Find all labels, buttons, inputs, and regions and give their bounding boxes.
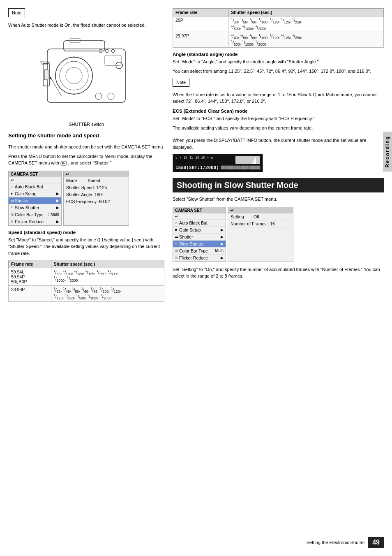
menu-title: CAMERA SET bbox=[9, 171, 61, 177]
table1-row1-frame: 59.94i,59.94P50i, 50P bbox=[9, 268, 51, 286]
note-label-angle: Note bbox=[173, 78, 189, 87]
shutter-switch-label: SHUTTER switch bbox=[8, 122, 164, 127]
display-info-para: When you press the DISPLAY/BATT INFO but… bbox=[173, 137, 384, 151]
table2-row1-speeds: 1/33, 1/50, 1/60, 1/100, 1/120, 1/125, 1… bbox=[228, 16, 384, 32]
ecs-mode-para2: The available setting values vary depend… bbox=[173, 125, 384, 132]
menu2-item-colorbar: ▦ Color Bar Type : Multi bbox=[173, 248, 226, 255]
menu2-item-gain: ■ Gain Setup ▶ bbox=[173, 227, 226, 234]
page-footer: Setting the Electronic Shutter 49 bbox=[307, 537, 384, 548]
menu-sub-panel: ↩ Mode : Speed Shutter Speed: 1/125 Shut… bbox=[63, 171, 129, 226]
slow-shutter-para: Select "Slow Shutter" from the CAMERA SE… bbox=[173, 196, 384, 203]
table2-row2-speeds: 1/40, 1/50, 1/60, 1/100, 1/120, 1/125, 1… bbox=[228, 32, 384, 48]
table2-col1-header: Frame rate bbox=[173, 9, 228, 16]
shutter-table-2: Frame rate Shutter speed (sec.) 25P 1/33… bbox=[173, 8, 384, 48]
table-row: 25P 1/33, 1/50, 1/60, 1/100, 1/120, 1/12… bbox=[173, 16, 384, 32]
table1-row2-frame: 23.98P bbox=[9, 286, 51, 301]
sub-item-ecs: ECS Frequency: 60.02 bbox=[64, 198, 129, 205]
slow-shutter-heading: Shooting in Slow Shutter Mode bbox=[173, 178, 384, 192]
menu2-item-flicker: ⊟ Flicker Reduce ▶ bbox=[173, 255, 226, 262]
display-bottom-row: 18dB⟨SHT:1/2000⟩ ▓▓▓▓▓▓▓▓▓▓▓▓▓▓▓▓▓▓▓▓ bbox=[175, 165, 260, 170]
camera-image-area: SHUTTER OFF ON bbox=[8, 32, 164, 127]
menu2-item-0: ↩ bbox=[173, 213, 226, 220]
angle-mode-para2: You can select from among 11.25º, 22.5º,… bbox=[173, 68, 384, 75]
menu2-main-panel: CAMERA SET ↩ ▷ Auto Black Bal. ■ Gain Se… bbox=[173, 207, 226, 262]
menu2-title: CAMERA SET bbox=[173, 207, 226, 213]
svg-point-3 bbox=[66, 67, 82, 84]
speed-mode-para: Set "Mode" to "Speed," and specify the t… bbox=[8, 236, 164, 257]
sub-item-angle: Shutter Angle: 180° bbox=[64, 191, 129, 198]
menu-sub-arrow: ↩ bbox=[64, 171, 129, 177]
note-section-angle: Note When the frame rate is set to a val… bbox=[173, 78, 384, 104]
shutter-para1: The shutter mode and shutter speed can b… bbox=[8, 144, 164, 151]
menu-nav-icon bbox=[60, 161, 67, 166]
svg-point-8 bbox=[111, 49, 115, 53]
sub-item-speed: Shutter Speed: 1/125 bbox=[64, 184, 129, 191]
table2-row2-frame: 29.97P bbox=[173, 32, 228, 48]
table1-row1-speeds: 1/60, 1/100, 1/120, 1/125, 1/250, 1/500,… bbox=[51, 268, 164, 286]
table-row: 59.94i,59.94P50i, 50P 1/60, 1/100, 1/120… bbox=[9, 268, 164, 286]
ecs-mode-para1: Set "Mode" to "ECS," and specify the fre… bbox=[173, 115, 384, 122]
svg-point-2 bbox=[60, 61, 88, 90]
table1-col2-header: Shutter speed (sec.) bbox=[51, 260, 164, 268]
display-image-mock: 5 7 10 15 20 30 ∞ m 18dB⟨SHT:1/2000⟩ ▓▓▓… bbox=[173, 154, 263, 172]
svg-point-7 bbox=[105, 49, 108, 53]
angle-mode-heading: Angle (standard angle) mode bbox=[173, 52, 384, 57]
menu2-sub-arrow: ↩ bbox=[228, 207, 293, 213]
shutter-table-1: Frame rate Shutter speed (sec.) 59.94i,5… bbox=[8, 260, 164, 301]
table1-col1-header: Frame rate bbox=[9, 260, 51, 268]
menu2-item-slow: ≡ Slow Shutter ▶ bbox=[173, 241, 226, 248]
sub2-item-setting: Setting : Off bbox=[228, 213, 293, 220]
display-top-row: 5 7 10 15 20 30 ∞ m bbox=[175, 156, 260, 164]
svg-marker-23 bbox=[62, 162, 65, 164]
table-row: 29.97P 1/40, 1/50, 1/60, 1/100, 1/120, 1… bbox=[173, 32, 384, 48]
svg-point-13 bbox=[95, 93, 102, 100]
svg-point-1 bbox=[55, 57, 92, 94]
section-tab: Recording bbox=[383, 132, 392, 171]
svg-point-18 bbox=[73, 93, 75, 95]
slow-shutter-final-para: Set "Setting" to "On," and specify the n… bbox=[173, 266, 384, 280]
menu-item-colorbar: ▦ Color Bar Type : Multi bbox=[9, 211, 61, 218]
camera-diagram-svg: SHUTTER OFF ON bbox=[39, 32, 134, 119]
table1-row2-speeds: 1/32, 1/48, 1/50, 1/60, 1/96, 1/100, 1/1… bbox=[51, 286, 164, 301]
menu2-item-shutter: ▬ Shutter ▶ bbox=[173, 234, 226, 241]
menu-item-0: ↩ bbox=[9, 177, 61, 183]
menu2-sub-panel: ↩ Setting : Off Number of Frames : 16 bbox=[228, 207, 293, 262]
menu2-item-auto: ▷ Auto Black Bal. bbox=[173, 220, 226, 227]
svg-text:SHUTTER: SHUTTER bbox=[40, 60, 50, 63]
menu-item-auto: ▷ Auto Black Bal. bbox=[9, 183, 61, 190]
section-heading-shutter: Setting the shutter mode and speed bbox=[8, 132, 164, 140]
menu-item-slow: ≡ Slow Shutter ▶ bbox=[9, 204, 61, 211]
menu-item-flicker: ⊟ Flicker Reduce ▶ bbox=[9, 218, 61, 225]
note-section-top: Note When Auto Shutter mode is On, the f… bbox=[8, 8, 164, 28]
camera-set-menu: CAMERA SET ↩ ▷ Auto Black Bal. ■ Gain Se… bbox=[8, 171, 164, 226]
menu-item-shutter: ▬ Shutter ▶ bbox=[9, 197, 61, 204]
svg-point-17 bbox=[73, 56, 75, 58]
svg-rect-5 bbox=[105, 55, 121, 65]
page-number: 49 bbox=[368, 537, 384, 548]
svg-point-20 bbox=[92, 75, 93, 76]
shutter-para2: Press the MENU button to set the camcord… bbox=[8, 153, 164, 167]
menu-item-gain: ■ Gain Setup ▶ bbox=[9, 190, 61, 197]
speed-mode-heading: Speed (standard speed) mode bbox=[8, 230, 164, 235]
histogram-bar bbox=[235, 156, 260, 164]
note-text-top: When Auto Shutter mode is On, the fixed … bbox=[8, 22, 164, 28]
camera-set-menu-2: CAMERA SET ↩ ▷ Auto Black Bal. ■ Gain Se… bbox=[173, 207, 384, 262]
svg-rect-10 bbox=[44, 70, 48, 80]
sub2-item-frames: Number of Frames : 16 bbox=[228, 220, 293, 227]
table2-col2-header: Shutter speed (sec.) bbox=[228, 9, 384, 16]
note-text-angle: When the frame rate is set to a value in… bbox=[173, 92, 384, 104]
ecs-mode-heading: ECS (Extended Clear Scan) mode bbox=[173, 109, 384, 114]
footer-text: Setting the Electronic Shutter bbox=[307, 540, 365, 545]
svg-point-14 bbox=[108, 93, 114, 100]
menu-main-panel: CAMERA SET ↩ ▷ Auto Black Bal. ■ Gain Se… bbox=[8, 171, 62, 226]
sub-item-mode: Mode : Speed bbox=[64, 177, 129, 184]
angle-mode-para1: Set "Mode" to "Angle," and specify the s… bbox=[173, 58, 384, 65]
note-label-top: Note bbox=[8, 8, 25, 17]
svg-point-19 bbox=[55, 75, 56, 76]
table2-row1-frame: 25P bbox=[173, 16, 228, 32]
svg-text:OFF  ON: OFF ON bbox=[41, 63, 48, 65]
histogram-inner bbox=[244, 157, 256, 164]
table-row: 23.98P 1/32, 1/48, 1/50, 1/60, 1/96, 1/1… bbox=[9, 286, 164, 301]
